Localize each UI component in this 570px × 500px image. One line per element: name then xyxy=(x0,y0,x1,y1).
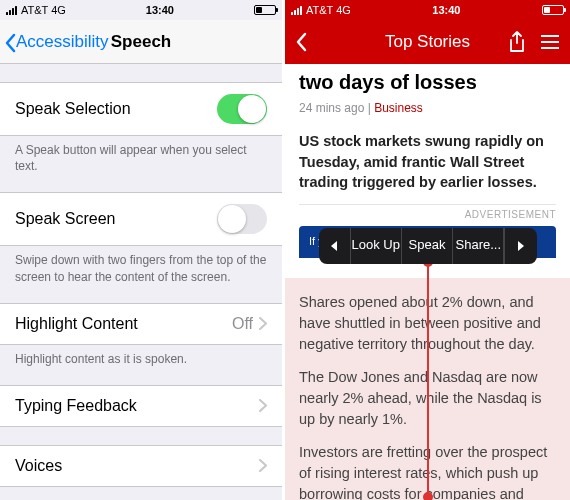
speaking-rate-header: SPEAKING RATE xyxy=(0,487,282,500)
signal-icon xyxy=(6,6,17,15)
row-label: Speak Selection xyxy=(15,100,131,118)
speak-selection-toggle[interactable] xyxy=(217,94,267,124)
chevron-right-icon xyxy=(259,399,267,412)
article-meta: 24 mins ago | Business xyxy=(299,100,556,117)
battery-icon xyxy=(254,5,276,15)
row-label: Typing Feedback xyxy=(15,397,137,415)
back-button[interactable] xyxy=(295,32,307,52)
typing-feedback-row[interactable]: Typing Feedback xyxy=(0,385,282,427)
chevron-right-icon xyxy=(259,317,267,330)
back-button[interactable]: Accessibility xyxy=(0,32,109,52)
carrier-label: AT&T 4G xyxy=(306,4,351,16)
clock: 13:40 xyxy=(432,4,460,16)
meta-category[interactable]: Business xyxy=(374,101,423,115)
selection-handle-end[interactable] xyxy=(423,492,433,500)
signal-icon xyxy=(291,6,302,15)
row-value: Off xyxy=(232,315,253,333)
highlight-helper: Highlight content as it is spoken. xyxy=(0,345,282,367)
ad-label: ADVERTISEMENT xyxy=(299,208,556,223)
row-label: Speak Screen xyxy=(15,210,116,228)
row-label: Voices xyxy=(15,457,62,475)
status-bar: AT&T 4G 13:40 xyxy=(0,0,282,20)
speak-selection-row[interactable]: Speak Selection xyxy=(0,82,282,136)
selection-line xyxy=(427,266,429,495)
speak-button[interactable]: Speak xyxy=(402,228,453,264)
lookup-button[interactable]: Look Up xyxy=(351,228,402,264)
share-button[interactable] xyxy=(508,31,526,53)
menu-prev-button[interactable] xyxy=(319,228,351,264)
headline: two days of losses xyxy=(299,70,556,94)
settings-screen: AT&T 4G 13:40 Accessibility Speech Speak… xyxy=(0,0,285,500)
voices-row[interactable]: Voices xyxy=(0,445,282,487)
battery-icon xyxy=(542,5,564,15)
row-label: Highlight Content xyxy=(15,315,138,333)
chevron-right-icon xyxy=(259,459,267,472)
chevron-left-icon xyxy=(4,33,16,51)
clock: 13:40 xyxy=(146,4,174,16)
menu-next-button[interactable] xyxy=(504,228,536,264)
share-menu-button[interactable]: Share... xyxy=(453,228,504,264)
svg-marker-3 xyxy=(331,241,337,251)
speak-screen-helper: Swipe down with two fingers from the top… xyxy=(0,246,282,284)
nav-bar: Accessibility Speech xyxy=(0,20,282,64)
article-summary: US stock markets swung rapidly on Tuesda… xyxy=(299,131,556,192)
settings-list: Speak Selection A Speak button will appe… xyxy=(0,64,282,500)
speak-selection-helper: A Speak button will appear when you sele… xyxy=(0,136,282,174)
back-label: Accessibility xyxy=(16,32,109,52)
text-selection-menu: Look Up Speak Share... xyxy=(319,228,537,264)
speak-screen-toggle[interactable] xyxy=(217,204,267,234)
meta-time: 24 mins ago xyxy=(299,101,364,115)
article-body[interactable]: two days of losses 24 mins ago | Busines… xyxy=(285,64,570,500)
news-nav-bar: Top Stories xyxy=(285,20,570,64)
highlight-content-row[interactable]: Highlight Content Off xyxy=(0,303,282,345)
carrier-label: AT&T 4G xyxy=(21,4,66,16)
speak-screen-row[interactable]: Speak Screen xyxy=(0,192,282,246)
menu-button[interactable] xyxy=(540,34,560,50)
status-bar: AT&T 4G 13:40 xyxy=(285,0,570,20)
news-screen: AT&T 4G 13:40 Top Stories two days of lo… xyxy=(285,0,570,500)
svg-marker-4 xyxy=(518,241,524,251)
